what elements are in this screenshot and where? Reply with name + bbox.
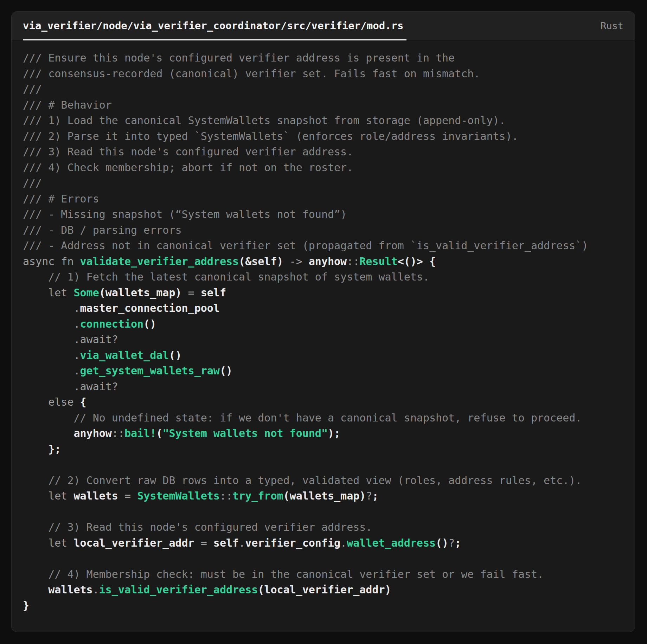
code-line: /// [23, 82, 623, 97]
code-line: /// 1) Load the canonical SystemWallets … [23, 113, 623, 129]
code-line: } [23, 598, 623, 614]
code-line: else { [23, 394, 623, 410]
code-line: /// # Behavior [23, 97, 623, 113]
code-line: async fn validate_verifier_address(&self… [23, 254, 623, 270]
code-line: .connection() [23, 316, 623, 332]
code-line: .master_connection_pool [23, 301, 623, 316]
code-line: // No undefined state: if we don't have … [23, 410, 623, 426]
language-label: Rust [601, 12, 623, 40]
code-line: /// Ensure this node's configured verifi… [23, 50, 623, 66]
code-line: /// 4) Check membership; abort if not on… [23, 160, 623, 176]
code-line: .via_wallet_dal() [23, 348, 623, 363]
code-line: // 3) Read this node's configured verifi… [23, 520, 623, 535]
code-line: /// - Missing snapshot (“System wallets … [23, 207, 623, 223]
code-card: via_verifier/node/via_verifier_coordinat… [11, 11, 635, 632]
code-line: /// 2) Parse it into typed `SystemWallet… [23, 129, 623, 144]
code-line: anyhow::bail!("System wallets not found"… [23, 426, 623, 442]
code-line: // 1) Fetch the latest canonical snapsho… [23, 269, 623, 285]
code-line: .await? [23, 379, 623, 395]
code-line: }; [23, 442, 623, 457]
code-line: /// - DB / parsing errors [23, 223, 623, 238]
code-line: .get_system_wallets_raw() [23, 363, 623, 379]
code-line: /// consensus-recorded (canonical) verif… [23, 66, 623, 82]
code-line: /// - Address not in canonical verifier … [23, 238, 623, 254]
code-line: /// [23, 175, 623, 191]
code-block: /// Ensure this node's configured verifi… [12, 40, 635, 620]
code-line [23, 551, 623, 567]
code-line [23, 457, 623, 473]
code-line: wallets.is_valid_verifier_address(local_… [23, 582, 623, 598]
code-line: // 4) Membership check: must be in the c… [23, 567, 623, 582]
code-line: /// # Errors [23, 191, 623, 207]
code-line: let Some(wallets_map) = self [23, 285, 623, 301]
code-card-header: via_verifier/node/via_verifier_coordinat… [12, 12, 635, 40]
code-line: let local_verifier_addr = self.verifier_… [23, 535, 623, 551]
code-line [23, 504, 623, 520]
code-line: let wallets = SystemWallets::try_from(wa… [23, 488, 623, 504]
file-path-tab[interactable]: via_verifier/node/via_verifier_coordinat… [23, 12, 406, 40]
code-line: /// 3) Read this node's configured verif… [23, 144, 623, 160]
code-line: // 2) Convert raw DB rows into a typed, … [23, 473, 623, 489]
code-line: .await? [23, 332, 623, 348]
